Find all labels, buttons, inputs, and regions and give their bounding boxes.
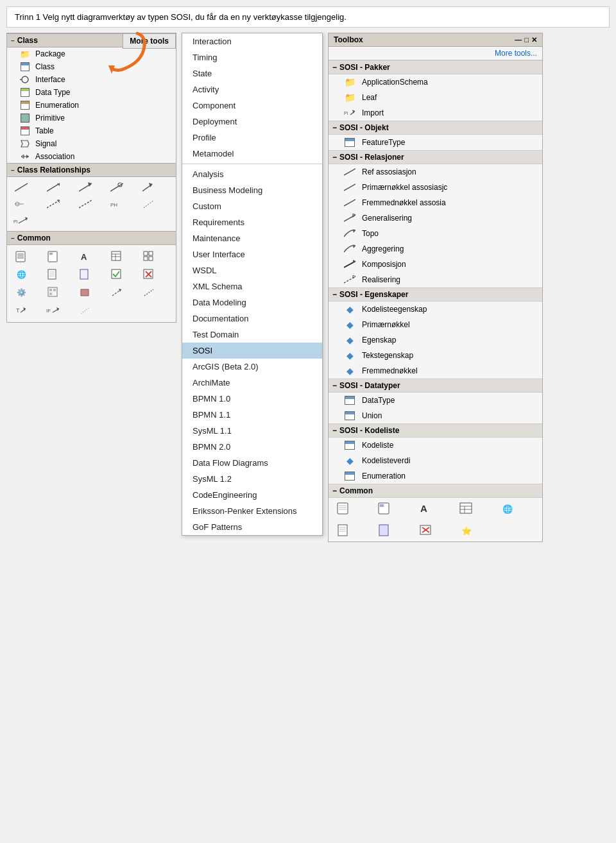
tbox-item-import[interactable]: PI Import bbox=[329, 105, 542, 121]
toolbox-more-tools[interactable]: More tools... bbox=[329, 47, 542, 60]
menu-item-analysis[interactable]: Analysis bbox=[182, 166, 322, 182]
common-icon-pattern[interactable] bbox=[44, 285, 62, 300]
tbox-item-egenskap[interactable]: ◆ Egenskap bbox=[329, 332, 542, 348]
common-icon-table[interactable] bbox=[108, 249, 126, 264]
item-table[interactable]: Table bbox=[7, 124, 176, 137]
menu-item-bpmn10[interactable]: BPMN 1.0 bbox=[182, 391, 322, 407]
item-interface[interactable]: Interface bbox=[7, 73, 176, 86]
menu-item-sysml11[interactable]: SysML 1.1 bbox=[182, 423, 322, 439]
sosi-relasjoner-header[interactable]: − SOSI - Relasjoner bbox=[329, 150, 542, 164]
common-icon-gear[interactable]: ⚙️ bbox=[12, 285, 30, 300]
menu-item-eriksson[interactable]: Eriksson-Penker Extensions bbox=[182, 503, 322, 519]
tbox-common-table[interactable] bbox=[456, 500, 477, 517]
tbox-common-note[interactable] bbox=[334, 500, 354, 517]
rel-item-6[interactable] bbox=[12, 196, 30, 212]
rel-item-11[interactable]: PI bbox=[12, 213, 30, 228]
tbox-item-aggregering[interactable]: Aggregering bbox=[329, 241, 542, 257]
item-class[interactable]: Class bbox=[7, 60, 176, 73]
item-enumeration[interactable]: Enumeration bbox=[7, 99, 176, 112]
toolbox-pin-icon[interactable]: ― bbox=[515, 36, 522, 44]
common-section-header[interactable]: − Common bbox=[7, 231, 176, 245]
menu-item-test-domain[interactable]: Test Domain bbox=[182, 327, 322, 343]
common-icon-check[interactable] bbox=[108, 267, 126, 282]
rel-item-5[interactable] bbox=[140, 180, 158, 195]
common-icon-grid[interactable] bbox=[140, 249, 158, 264]
tbox-item-fremmednokksel-assosia[interactable]: Fremmednøkkel assosia bbox=[329, 195, 542, 210]
common-icon-note[interactable] bbox=[12, 249, 30, 264]
menu-item-xml-schema[interactable]: XML Schema bbox=[182, 278, 322, 294]
common-icon-doc2[interactable] bbox=[76, 267, 94, 282]
sosi-kodeliste-header[interactable]: − SOSI - Kodeliste bbox=[329, 423, 542, 438]
common-icon-doc[interactable] bbox=[44, 267, 62, 282]
rel-item-3[interactable] bbox=[76, 180, 94, 195]
menu-item-maintenance[interactable]: Maintenance bbox=[182, 230, 322, 246]
rel-item-9[interactable]: PH bbox=[108, 196, 126, 212]
menu-item-deployment[interactable]: Deployment bbox=[182, 114, 322, 130]
menu-item-business-modeling[interactable]: Business Modeling bbox=[182, 182, 322, 198]
menu-item-custom[interactable]: Custom bbox=[182, 198, 322, 214]
tbox-common-text[interactable]: A bbox=[416, 500, 436, 517]
tbox-item-realisering[interactable]: Realisering bbox=[329, 272, 542, 287]
tbox-item-kodelisteverdi[interactable]: ◆ Kodelisteverdi bbox=[329, 453, 542, 468]
common-icon-box[interactable] bbox=[76, 285, 94, 300]
menu-item-archimate[interactable]: ArchiMate bbox=[182, 375, 322, 391]
common-icon-arrow2[interactable] bbox=[140, 285, 158, 300]
menu-item-sysml12[interactable]: SysML 1.2 bbox=[182, 471, 322, 487]
tbox-item-kodeliste[interactable]: Kodeliste bbox=[329, 438, 542, 453]
sosi-objekt-header[interactable]: − SOSI - Objekt bbox=[329, 121, 542, 135]
tbox-item-ref-assosiasjon[interactable]: Ref assosiasjon bbox=[329, 164, 542, 180]
tbox-item-topo[interactable]: Topo bbox=[329, 226, 542, 241]
menu-item-metamodel[interactable]: Metamodel bbox=[182, 146, 322, 162]
tbox-item-komposisjon[interactable]: Komposisjon bbox=[329, 257, 542, 272]
rel-item-2[interactable] bbox=[44, 180, 62, 195]
rel-item-7[interactable] bbox=[44, 196, 62, 212]
item-primitive[interactable]: Primitive bbox=[7, 112, 176, 124]
menu-item-sosi[interactable]: SOSI bbox=[182, 343, 322, 359]
rel-item-4[interactable] bbox=[108, 180, 126, 195]
rel-item-10[interactable] bbox=[140, 196, 158, 212]
item-datatype[interactable]: Data Type bbox=[7, 86, 176, 99]
tbox-common-star[interactable]: ⭐ bbox=[456, 522, 477, 539]
common-icon-note2[interactable] bbox=[44, 249, 62, 264]
toolbox-pin2-icon[interactable]: □ bbox=[524, 36, 529, 44]
common-icon-text[interactable]: A bbox=[76, 249, 94, 264]
toolbox-close-icon[interactable]: ✕ bbox=[531, 36, 537, 44]
menu-item-bpmn11[interactable]: BPMN 1.1 bbox=[182, 407, 322, 423]
item-signal[interactable]: Signal bbox=[7, 137, 176, 150]
common-tbox-header[interactable]: − Common bbox=[329, 484, 542, 498]
tbox-item-tekstegenskap[interactable]: ◆ Tekstegenskap bbox=[329, 348, 542, 363]
tbox-common-doc[interactable] bbox=[334, 522, 354, 539]
menu-item-requirements[interactable]: Requirements bbox=[182, 214, 322, 230]
tbox-item-featuretype[interactable]: FeatureType bbox=[329, 135, 542, 150]
tbox-item-leaf[interactable]: 📁 Leaf bbox=[329, 90, 542, 105]
class-relationships-header[interactable]: − Class Relationships bbox=[7, 163, 176, 177]
more-tools-badge[interactable]: More tools bbox=[123, 33, 176, 49]
rel-item-8[interactable] bbox=[76, 196, 94, 212]
item-association[interactable]: Association bbox=[7, 150, 176, 163]
menu-item-activity[interactable]: Activity bbox=[182, 81, 322, 98]
menu-item-data-modeling[interactable]: Data Modeling bbox=[182, 294, 322, 311]
menu-item-codeengineering[interactable]: CodeEngineering bbox=[182, 487, 322, 503]
menu-item-bpmn20[interactable]: BPMN 2.0 bbox=[182, 439, 322, 455]
menu-item-component[interactable]: Component bbox=[182, 98, 322, 114]
common-icon-arrow-dashed[interactable] bbox=[108, 285, 126, 300]
tbox-item-union[interactable]: Union bbox=[329, 408, 542, 423]
common-icon-t[interactable]: T bbox=[12, 303, 30, 318]
menu-item-arcgis[interactable]: ArcGIS (Beta 2.0) bbox=[182, 359, 322, 375]
tbox-item-fremmednokkel[interactable]: ◆ Fremmednøkkel bbox=[329, 363, 542, 379]
menu-item-timing[interactable]: Timing bbox=[182, 49, 322, 65]
tbox-item-kodelisteegenskap[interactable]: ◆ Kodelisteegenskap bbox=[329, 302, 542, 317]
menu-item-interaction[interactable]: Interaction bbox=[182, 33, 322, 49]
common-icon-if[interactable]: IF bbox=[44, 303, 62, 318]
sosi-pakker-header[interactable]: − SOSI - Pakker bbox=[329, 60, 542, 74]
tbox-common-globe[interactable]: 🌐 bbox=[497, 500, 518, 517]
rel-item-1[interactable] bbox=[12, 180, 30, 195]
common-icon-dots[interactable] bbox=[76, 303, 94, 318]
tbox-common-note2[interactable] bbox=[375, 500, 395, 517]
menu-item-gof[interactable]: GoF Patterns bbox=[182, 519, 322, 535]
common-icon-globe[interactable]: 🌐 bbox=[12, 267, 30, 282]
item-package[interactable]: 📁 Package bbox=[7, 47, 176, 60]
menu-item-user-interface[interactable]: User Interface bbox=[182, 246, 322, 262]
menu-item-data-flow[interactable]: Data Flow Diagrams bbox=[182, 455, 322, 471]
menu-item-wsdl[interactable]: WSDL bbox=[182, 262, 322, 278]
